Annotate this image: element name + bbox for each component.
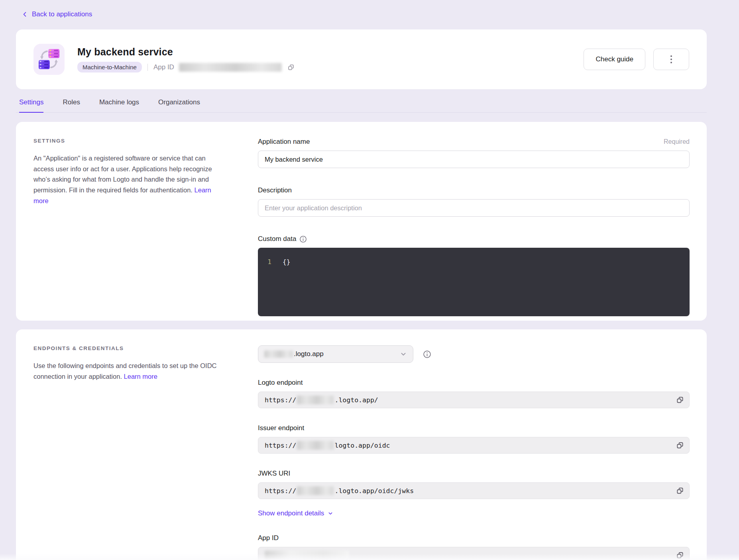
custom-data-group: Custom data 1 {} (258, 235, 690, 316)
check-guide-button[interactable]: Check guide (584, 49, 645, 70)
app-header-text: My backend service Machine-to-Machine Ap… (77, 46, 295, 72)
custom-data-editor[interactable]: 1 {} (258, 248, 690, 316)
redacted-tenant-id (297, 441, 334, 450)
tab-settings[interactable]: Settings (19, 98, 43, 113)
app-id-label: App ID (153, 63, 174, 71)
required-tag: Required (664, 138, 690, 145)
settings-intro: SETTINGS An "Application" is a registere… (33, 138, 221, 321)
description-group: Description (258, 186, 690, 217)
tab-roles[interactable]: Roles (63, 98, 80, 112)
logto-endpoint-group: Logto endpoint https:// .logto.app/ (258, 379, 690, 408)
jwks-uri-group: JWKS URI https:// .logto.app/oidc/jwks (258, 470, 690, 499)
chevron-down-icon (399, 350, 407, 358)
tab-machine-logs[interactable]: Machine logs (99, 98, 139, 112)
copy-issuer-endpoint-button[interactable] (675, 441, 685, 450)
copy-logto-endpoint-button[interactable] (675, 395, 685, 405)
logto-endpoint-label: Logto endpoint (258, 379, 303, 387)
settings-heading: SETTINGS (33, 138, 221, 144)
show-endpoint-details-link[interactable]: Show endpoint details (258, 509, 334, 517)
app-id-value (258, 547, 690, 560)
issuer-endpoint-label: Issuer endpoint (258, 424, 304, 432)
copy-app-id-field-button[interactable] (675, 550, 685, 560)
settings-card: SETTINGS An "Application" is a registere… (16, 122, 707, 321)
info-icon[interactable] (299, 235, 307, 243)
description-input[interactable] (258, 199, 690, 217)
redacted-tenant-id (264, 350, 293, 358)
domain-suffix: .logto.app (294, 350, 324, 358)
application-name-input[interactable] (258, 151, 690, 168)
meta-divider (147, 64, 148, 71)
app-meta-row: Machine-to-Machine App ID (77, 62, 295, 72)
endpoints-form: .logto.app Logto endpoint (258, 345, 690, 560)
m2m-app-icon (33, 44, 65, 75)
app-header-card: My backend service Machine-to-Machine Ap… (16, 29, 707, 89)
redacted-tenant-id (297, 486, 334, 495)
header-actions: Check guide (584, 49, 689, 70)
description-label: Description (258, 186, 292, 194)
app-type-badge: Machine-to-Machine (77, 62, 142, 72)
editor-code-line: {} (283, 258, 290, 316)
logto-endpoint-value: https:// .logto.app/ (258, 392, 690, 408)
redacted-app-id-value (179, 63, 282, 72)
issuer-endpoint-value: https:// logto.app/oidc (258, 437, 690, 454)
domain-select-row: .logto.app (258, 345, 690, 363)
copy-jwks-uri-button[interactable] (675, 486, 685, 495)
endpoints-intro: ENDPOINTS & CREDENTIALS Use the followin… (33, 345, 221, 560)
jwks-uri-label: JWKS URI (258, 470, 290, 478)
jwks-uri-value: https:// .logto.app/oidc/jwks (258, 482, 690, 499)
app-id-field-label: App ID (258, 534, 279, 542)
settings-description: An "Application" is a registered softwar… (33, 153, 221, 206)
kebab-icon (670, 55, 672, 57)
settings-form: Application name Required Description Cu… (258, 138, 690, 321)
issuer-endpoint-group: Issuer endpoint https:// logto.app/oidc (258, 424, 690, 454)
chevron-down-icon (327, 510, 334, 517)
info-icon[interactable] (423, 350, 431, 358)
copy-icon (287, 64, 295, 71)
endpoints-learn-more-link[interactable]: Learn more (124, 373, 157, 380)
domain-select[interactable]: .logto.app (258, 345, 413, 363)
copy-app-id-button[interactable] (287, 64, 295, 71)
back-to-applications-link[interactable]: Back to applications (22, 10, 92, 18)
application-name-label: Application name (258, 138, 310, 146)
redacted-tenant-id (297, 396, 334, 404)
application-name-group: Application name Required (258, 138, 690, 168)
redacted-app-id-value (265, 550, 349, 560)
endpoints-description: Use the following endpoints and credenti… (33, 360, 221, 382)
back-chevron-icon (22, 11, 28, 18)
editor-line-number: 1 (258, 258, 271, 316)
page-title: My backend service (77, 46, 295, 58)
tab-bar: Settings Roles Machine logs Organization… (16, 98, 707, 113)
back-link-label: Back to applications (32, 10, 92, 18)
custom-data-label: Custom data (258, 235, 296, 243)
endpoints-heading: ENDPOINTS & CREDENTIALS (33, 345, 221, 351)
more-actions-button[interactable] (653, 49, 689, 70)
tab-organizations[interactable]: Organizations (158, 98, 200, 112)
endpoints-card: ENDPOINTS & CREDENTIALS Use the followin… (16, 329, 707, 560)
app-id-group: App ID (258, 534, 690, 560)
